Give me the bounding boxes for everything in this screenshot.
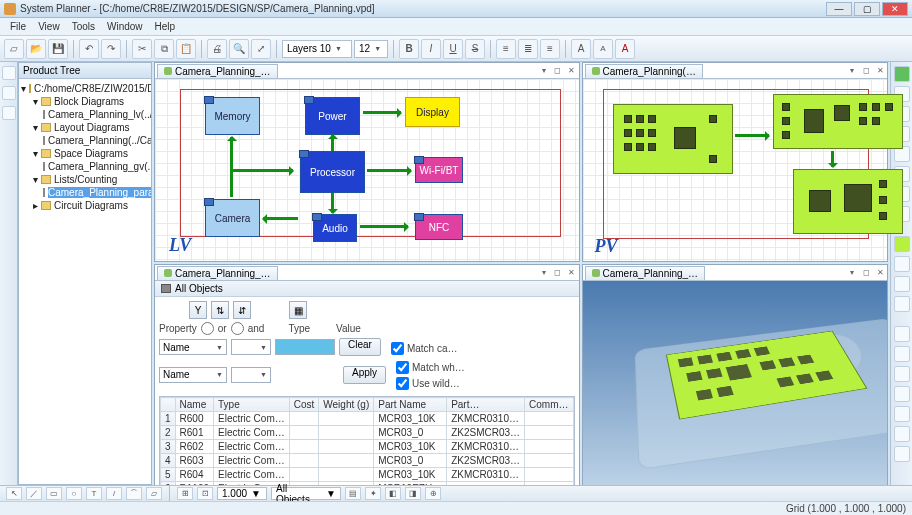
pane-max-icon[interactable]: ◻ [551,66,565,75]
filter-tab[interactable]: Camera_Planning_… [157,266,278,280]
objects-combo[interactable]: All Objects▼ [271,487,341,500]
col-part[interactable]: Part… [447,398,525,412]
zoom-icon[interactable]: ⤢ [251,39,271,59]
tree-block-diagrams[interactable]: Block Diagrams [54,96,124,107]
table-row[interactable]: 4R603Electric Com…MCR03_0ZK2SMCR03… [161,454,574,468]
table-row[interactable]: 2R601Electric Com…MCR03_0ZK2SMCR03… [161,426,574,440]
check-use-wild[interactable] [396,377,409,390]
tree-item-selected[interactable]: Camera_Planning_para(../C… [48,187,151,198]
type-select-2[interactable]: ▼ [231,367,271,383]
pv-canvas[interactable]: PV [583,79,888,261]
radio-or[interactable] [201,322,214,335]
col-comm[interactable]: Comm… [525,398,573,412]
table-row[interactable]: 5R604Electric Com…MCR03_10KZKMCR0310… [161,468,574,482]
prop-name-select[interactable]: Name▼ [159,339,227,355]
minimize-button[interactable]: — [826,2,852,16]
find-icon[interactable]: 🔍 [229,39,249,59]
menu-view[interactable]: View [32,21,66,32]
pane-dropdown-icon[interactable]: ▾ [845,66,859,75]
misc-3-icon[interactable]: ⊕ [425,487,441,500]
table-row[interactable]: 1R600Electric Com…MCR03_10KZKMCR0310… [161,412,574,426]
pan-tool-icon[interactable] [2,86,16,100]
col-weight[interactable]: Weight (g) [319,398,374,412]
product-tree[interactable]: ▾C:/home/CR8E/ZIW2015/DESIGN/… ▾Block Di… [19,79,151,215]
menu-help[interactable]: Help [149,21,182,32]
view3d-tab[interactable]: Camera_Planning_… [585,266,706,280]
lv-tab[interactable]: Camera_Planning_… [157,64,278,78]
select-tool-icon[interactable] [2,66,16,80]
apply-button[interactable]: Apply [343,366,386,384]
draw-curve-icon[interactable]: ⌒ [126,487,142,500]
block-display[interactable]: Display [405,97,460,127]
check-match-case[interactable] [391,342,404,355]
pane-max-icon[interactable]: ◻ [859,268,873,277]
rtool-1-icon[interactable] [894,66,910,82]
rtool-9-icon[interactable] [894,256,910,272]
pv-tab[interactable]: Camera_Planning(… [585,64,703,78]
close-button[interactable]: ✕ [882,2,908,16]
menu-window[interactable]: Window [101,21,149,32]
copy-icon[interactable]: ⧉ [154,39,174,59]
pane-close-icon[interactable]: ✕ [873,66,887,75]
align-right-icon[interactable]: ≡ [540,39,560,59]
undo-icon[interactable]: ↶ [79,39,99,59]
draw-rect-icon[interactable]: ▭ [46,487,62,500]
pane-close-icon[interactable]: ✕ [565,66,579,75]
menu-tools[interactable]: Tools [66,21,101,32]
pane-close-icon[interactable]: ✕ [873,268,887,277]
fontsize-select[interactable]: 12▼ [354,40,388,58]
block-processor[interactable]: Processor [300,151,365,193]
pane-dropdown-icon[interactable]: ▾ [537,268,551,277]
check-match-whole[interactable] [396,361,409,374]
pane-dropdown-icon[interactable]: ▾ [537,66,551,75]
rtool-18-icon[interactable] [894,446,910,462]
block-camera[interactable]: Camera [205,199,260,237]
layer-select[interactable]: Layers 10▼ [282,40,352,58]
rtool-16-icon[interactable] [894,406,910,422]
rtool-14-icon[interactable] [894,366,910,382]
print-icon[interactable]: 🖨 [207,39,227,59]
block-nfc[interactable]: NFC [415,214,463,240]
filter-btn-4[interactable]: ▦ [289,301,307,319]
block-wifi[interactable]: Wi-Fi/BT [415,157,463,183]
misc-2-icon[interactable]: ◨ [405,487,421,500]
prop-name-select-2[interactable]: Name▼ [159,367,227,383]
type-select[interactable]: ▼ [231,339,271,355]
col-rownum[interactable] [161,398,176,412]
filter-btn-3[interactable]: ⇵ [233,301,251,319]
font-smaller-icon[interactable]: A [593,39,613,59]
rtool-12-icon[interactable] [894,326,910,342]
rtool-8-icon[interactable] [894,236,910,252]
view3d-canvas[interactable]: X Y Z [583,281,888,515]
lv-canvas[interactable]: Memory Power Display Processor Wi-Fi/BT … [155,79,579,261]
maximize-button[interactable]: ▢ [854,2,880,16]
draw-circle-icon[interactable]: ○ [66,487,82,500]
italic-button[interactable]: I [421,39,441,59]
font-larger-icon[interactable]: A [571,39,591,59]
rtool-11-icon[interactable] [894,296,910,312]
col-cost[interactable]: Cost [289,398,319,412]
snap-1-icon[interactable]: ⊞ [177,487,193,500]
shape-tool-icon[interactable] [2,106,16,120]
zoom-combo[interactable]: 1.000▼ [217,487,267,500]
board-2[interactable] [773,94,903,149]
draw-select-icon[interactable]: ↖ [6,487,22,500]
radio-and[interactable] [231,322,244,335]
snap-2-icon[interactable]: ⊡ [197,487,213,500]
tree-lists-counting[interactable]: Lists/Counting [54,174,117,185]
underline-button[interactable]: U [443,39,463,59]
redo-icon[interactable]: ↷ [101,39,121,59]
pane-max-icon[interactable]: ◻ [859,66,873,75]
bold-button[interactable]: B [399,39,419,59]
draw-line-icon[interactable]: ／ [26,487,42,500]
draw-text-icon[interactable]: T [86,487,102,500]
save-icon[interactable]: 💾 [48,39,68,59]
tree-layout-diagrams[interactable]: Layout Diagrams [54,122,130,133]
rtool-13-icon[interactable] [894,346,910,362]
new-icon[interactable]: ▱ [4,39,24,59]
open-icon[interactable]: 📂 [26,39,46,59]
menu-file[interactable]: File [4,21,32,32]
value-input[interactable] [275,339,335,355]
paste-icon[interactable]: 📋 [176,39,196,59]
filter-btn-1[interactable]: Y [189,301,207,319]
